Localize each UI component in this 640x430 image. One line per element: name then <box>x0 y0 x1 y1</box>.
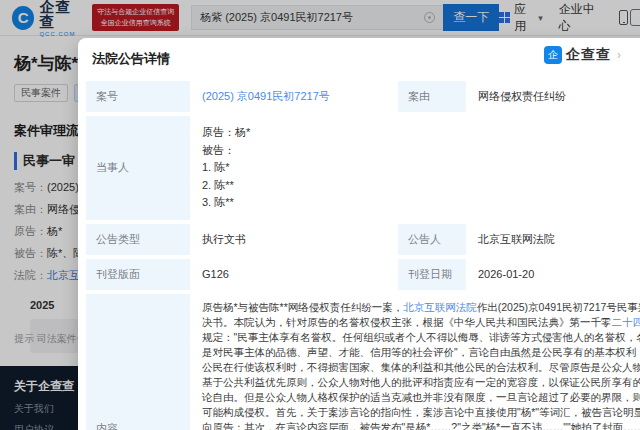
date-label: 刊登日期 <box>398 259 466 290</box>
content-highlight: 二十四 <box>612 316 640 328</box>
case-no-link[interactable]: (2025) 京0491民初7217号 <box>202 90 330 102</box>
table-row: 内容 原告杨*与被告陈**网络侵权责任纠纷一案，北京互联网法院作出(2025)京… <box>86 294 640 430</box>
chevron-right-icon: › <box>617 48 621 62</box>
modal-title: 法院公告详情 <box>92 51 170 66</box>
party-label: 当事人 <box>86 116 190 220</box>
modal-header: 法院公告详情 企 企查查 › <box>78 38 640 75</box>
qcc-mini-logo-text: 企查查 <box>566 46 611 64</box>
type-label: 公告类型 <box>86 224 190 255</box>
table-row: 公告类型 执行文书 公告人 北京互联网法院 <box>86 224 640 255</box>
app-window: C 企查查 QCC.COM 守法与合规企业征信查询 全国企业信用查询系统 杨紫 … <box>0 0 640 430</box>
date-value: 2026-01-20 <box>466 259 640 290</box>
party-value: 原告：杨* 被告： 1. 陈* 2. 陈** 3. 陈** <box>190 116 640 220</box>
court-link[interactable]: 北京互联网法院 <box>403 301 477 313</box>
page-value: G126 <box>190 259 398 290</box>
cause-value: 网络侵权责任纠纷 <box>466 81 640 112</box>
content-label: 内容 <box>86 294 190 430</box>
content-value: 原告杨*与被告陈**网络侵权责任纠纷一案，北京互联网法院作出(2025)京049… <box>190 294 640 430</box>
table-row: 案号 (2025) 京0491民初7217号 案由 网络侵权责任纠纷 <box>86 81 640 112</box>
cause-label: 案由 <box>398 81 466 112</box>
announcer-value: 北京互联网法院 <box>466 224 640 255</box>
table-row: 刊登版面 G126 刊登日期 2026-01-20 <box>86 259 640 290</box>
court-announcement-modal: 法院公告详情 企 企查查 › 案号 (2025) 京0491民初7217号 案由… <box>78 38 640 430</box>
announcer-label: 公告人 <box>398 224 466 255</box>
type-value: 执行文书 <box>190 224 398 255</box>
case-no-value: (2025) 京0491民初7217号 <box>190 81 398 112</box>
case-no-label: 案号 <box>86 81 190 112</box>
page-label: 刊登版面 <box>86 259 190 290</box>
announcement-detail-table: 案号 (2025) 京0491民初7217号 案由 网络侵权责任纠纷 当事人 原… <box>86 77 640 430</box>
modal-brand[interactable]: 企 企查查 › <box>544 46 621 64</box>
content-text-1: 原告杨*与被告陈**网络侵权责任纠纷一案， <box>202 301 403 313</box>
content-text-3: 条规定："民事主体享有名誉权。任何组织或者个人不得以侮辱、诽谤等方式侵害他人的名… <box>202 316 640 430</box>
table-row: 当事人 原告：杨* 被告： 1. 陈* 2. 陈** 3. 陈** <box>86 116 640 220</box>
qcc-mini-logo-icon: 企 <box>544 46 562 64</box>
